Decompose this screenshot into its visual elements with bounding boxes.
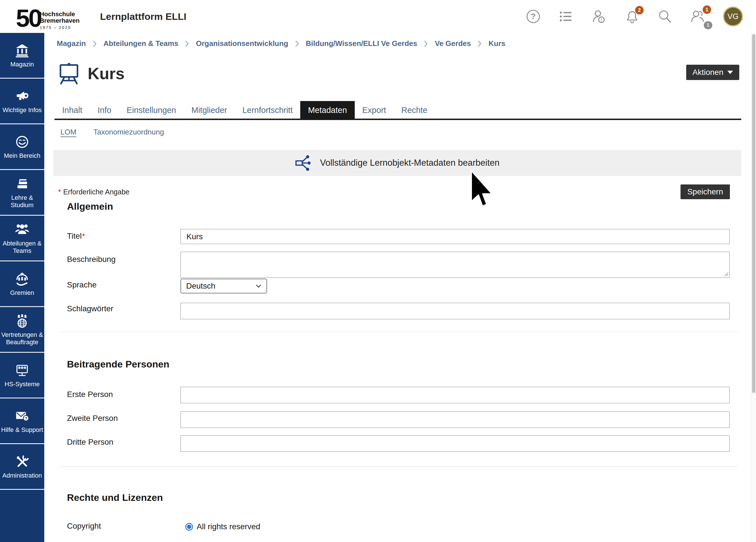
tab-metadaten[interactable]: Metadaten: [300, 101, 354, 119]
sidebar-item-label: Magazin: [10, 61, 34, 68]
sidebar-item-administration[interactable]: Administration: [0, 444, 44, 490]
sidebar-item-vertretungen[interactable]: Vertretungen & Beauftragte: [0, 307, 44, 353]
dritte-person-label: Dritte Person: [67, 438, 113, 447]
schlagwoerter-input[interactable]: [180, 303, 730, 319]
assembly-icon: [14, 271, 30, 287]
required-asterisk: *: [58, 188, 61, 196]
search-icon[interactable]: [657, 9, 673, 24]
sidebar-item-label: Wichtige Infos: [2, 106, 42, 114]
svg-text:!: !: [601, 18, 602, 22]
titel-label: Titel*: [67, 232, 87, 241]
tools-icon: [14, 454, 30, 469]
tab-einstellungen[interactable]: Einstellungen: [119, 101, 184, 119]
section-heading-rechte: Rechte und Lizenzen: [67, 492, 163, 503]
tab-lernfortschritt[interactable]: Lernfortschritt: [235, 101, 300, 119]
subtab-taxonomiezuordnung[interactable]: Taxonomiezuordnung: [93, 128, 164, 136]
sidebar-item-wichtige-infos[interactable]: Wichtige Infos: [0, 79, 44, 124]
caret-down-icon: [727, 71, 733, 74]
tab-export[interactable]: Export: [355, 101, 394, 119]
monitor-icon: ***: [14, 363, 30, 378]
edit-full-metadata-label: Vollständige Lernobjekt-Metadaten bearbe…: [320, 158, 500, 168]
sidebar-item-mein-bereich[interactable]: Mein Bereich: [0, 124, 44, 170]
resize-grip-icon[interactable]: [724, 272, 728, 276]
sidebar-item-magazin[interactable]: Magazin: [0, 33, 44, 79]
avatar[interactable]: VG: [723, 7, 743, 26]
page-title: Kurs: [88, 64, 125, 83]
copyright-label: Copyright: [67, 522, 101, 531]
help-icon[interactable]: ?: [526, 9, 541, 24]
breadcrumb-kurs[interactable]: Kurs: [488, 39, 505, 48]
people-group-icon: [14, 222, 30, 237]
notifications-bell-icon[interactable]: 2: [624, 9, 640, 24]
globe-people-icon: [14, 313, 30, 329]
chevron-right-icon: [295, 40, 299, 47]
dritte-person-input[interactable]: [180, 435, 730, 452]
sprache-select[interactable]: Deutsch: [180, 279, 267, 293]
tab-inhalt[interactable]: Inhalt: [54, 101, 90, 119]
subtab-lom[interactable]: LOM: [60, 128, 76, 136]
required-asterisk: *: [82, 232, 85, 240]
main-sidebar: Magazin Wichtige Infos Mein Bereich Lehr…: [0, 33, 44, 542]
smiley-icon: [14, 134, 30, 150]
user-awareness-icon[interactable]: !: [591, 9, 607, 24]
logo-50: 50: [16, 7, 41, 29]
breadcrumb-ve-gerdes[interactable]: Ve Gerdes: [435, 39, 471, 48]
sidebar-item-label: Mein Bereich: [3, 152, 41, 159]
chevron-right-icon: [185, 40, 189, 47]
sidebar-item-label: Abteilungen & Teams: [0, 240, 44, 255]
sprache-selected-value: Deutsch: [186, 281, 215, 291]
contacts-badge-new: 1: [703, 5, 711, 14]
megaphone-icon: [14, 89, 30, 104]
breadcrumb-bildung-wissen[interactable]: Bildung/Wissen/ELLI Ve Gerdes: [306, 39, 417, 48]
beschreibung-label: Beschreibung: [67, 255, 115, 264]
sidebar-item-hs-systeme[interactable]: *** HS-Systeme: [0, 353, 44, 398]
sidebar-item-label: Hilfe & Support: [1, 426, 44, 434]
svg-text:***: ***: [18, 365, 26, 373]
sidebar-item-label: Administration: [2, 472, 42, 479]
zweite-person-input[interactable]: [180, 411, 730, 428]
schlagwoerter-label: Schlagwörter: [67, 304, 113, 313]
sidebar-item-lehre-studium[interactable]: Lehre & Studium: [0, 170, 44, 216]
hochschule-bremerhaven-logo[interactable]: 50 Hochschule Bremerhaven 1975 – 2025: [16, 3, 80, 30]
sidebar-item-abteilungen-teams[interactable]: Abteilungen & Teams: [0, 216, 44, 261]
section-divider: [58, 332, 738, 332]
sprache-label: Sprache: [67, 280, 96, 289]
entries-list-icon[interactable]: [558, 9, 574, 24]
beschreibung-textarea[interactable]: [180, 252, 730, 278]
tab-info[interactable]: Info: [90, 101, 119, 119]
edit-full-metadata-banner[interactable]: Vollständige Lernobjekt-Metadaten bearbe…: [53, 150, 741, 176]
tab-mitglieder[interactable]: Mitglieder: [184, 101, 235, 119]
erste-person-input[interactable]: [180, 387, 730, 403]
chevron-down-icon: [256, 284, 261, 288]
chevron-right-icon: [93, 40, 97, 47]
scrollbar-thumb[interactable]: [752, 34, 755, 393]
contacts-icon[interactable]: 1 1: [690, 9, 705, 24]
breadcrumb-magazin[interactable]: Magazin: [57, 39, 86, 48]
sidebar-item-hilfe-support[interactable]: ? Hilfe & Support: [0, 398, 44, 444]
scrollbar-track[interactable]: [751, 33, 756, 542]
bell-badge-count: 2: [635, 6, 644, 14]
copyright-radio-selected[interactable]: [185, 523, 193, 531]
metadata-tree-icon: [295, 155, 313, 171]
sidebar-item-gremien[interactable]: Gremien: [0, 261, 44, 307]
top-header: 50 Hochschule Bremerhaven 1975 – 2025 Le…: [0, 0, 756, 33]
actions-button[interactable]: Aktionen: [686, 65, 739, 80]
titel-input[interactable]: [180, 229, 730, 244]
logo-line1: Hochschule: [40, 11, 80, 17]
breadcrumb-abteilungen-teams[interactable]: Abteilungen & Teams: [104, 39, 179, 48]
save-button[interactable]: Speichern: [681, 184, 730, 199]
bank-icon: [14, 43, 30, 58]
sidebar-item-label: HS-Systeme: [4, 381, 40, 388]
save-button-label: Speichern: [687, 187, 723, 196]
course-easel-icon: [58, 62, 80, 85]
section-heading-beitragende: Beitragende Personen: [67, 359, 169, 370]
mail-question-icon: ?: [14, 408, 30, 424]
breadcrumb-organisationsentwicklung[interactable]: Organisationsentwicklung: [196, 39, 288, 48]
erste-person-label: Erste Person: [67, 390, 113, 399]
zweite-person-label: Zweite Person: [67, 414, 118, 423]
chevron-right-icon: [424, 40, 428, 47]
header-icon-bar: ? !: [526, 7, 743, 26]
actions-button-label: Aktionen: [692, 68, 723, 77]
tab-rechte[interactable]: Rechte: [394, 101, 435, 119]
copyright-radio-label: All rights reserved: [197, 522, 260, 531]
